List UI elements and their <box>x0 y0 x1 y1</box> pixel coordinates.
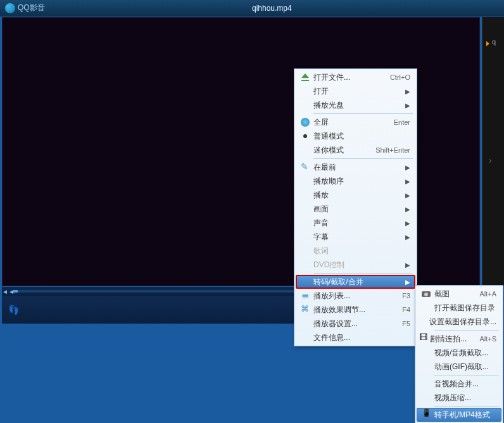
submenu-arrow-icon: ▶ <box>405 279 410 286</box>
mov-icon <box>419 334 429 344</box>
skip-back-icon[interactable]: ◄◄ <box>2 288 13 295</box>
menu-item-video-compress[interactable]: 视频压缩... <box>417 391 501 405</box>
menu-separator <box>313 113 413 114</box>
menu-item-transcode[interactable]: 转码/截取/合并▶ <box>296 275 415 289</box>
menu-item-label: 播放列表... <box>313 291 389 301</box>
menu-item-label: 声音 <box>313 218 393 229</box>
menu-item-label: 全屏 <box>313 117 381 128</box>
playlist-panel: q › <box>482 17 504 286</box>
menu-item-play[interactable]: 播放▶ <box>296 188 415 202</box>
menu-separator <box>434 406 499 407</box>
menu-item-picture[interactable]: 画面▶ <box>296 202 415 216</box>
menu-item-shortcut: F5 <box>402 320 410 327</box>
menu-icon-cell <box>297 162 313 172</box>
menu-item-label: 转手机/MP4格式 <box>434 410 496 420</box>
menu-item-label: 打开文件... <box>313 72 377 83</box>
submenu-arrow-icon: ▶ <box>405 234 410 241</box>
menu-item-open-shot-dir[interactable]: 打开截图保存目录 <box>417 301 501 315</box>
menu-item-open-file[interactable]: 打开文件...Ctrl+O <box>296 70 415 84</box>
submenu-arrow-icon: ▶ <box>405 206 410 213</box>
pin-icon <box>300 162 310 172</box>
menu-item-label: 打开 <box>313 86 393 97</box>
menu-item-label: 设置截图保存目录... <box>429 317 496 327</box>
menu-item-label: 播放器设置... <box>313 319 389 329</box>
menu-item-shortcut: Ctrl+O <box>390 73 410 81</box>
menu-item-label: 播放效果调节... <box>313 305 389 315</box>
menu-item-normal-mode[interactable]: 普通模式 <box>296 129 415 143</box>
menu-item-shortcut: Shift+Enter <box>375 146 410 154</box>
playing-indicator-icon <box>486 41 489 46</box>
menu-item-dvd-control: DVD控制▶ <box>296 258 415 272</box>
logo-icon <box>5 3 15 13</box>
menu-item-label: 文件信息... <box>313 332 410 343</box>
menu-item-file-info[interactable]: 文件信息... <box>296 331 415 344</box>
menu-item-label: 打开截图保存目录 <box>434 303 496 313</box>
app-logo: QQ影音 <box>5 3 45 13</box>
menu-item-audio[interactable]: 声音▶ <box>296 216 415 230</box>
menu-item-to-mp4[interactable]: 转手机/MP4格式 <box>417 408 501 422</box>
menu-icon-cell <box>297 134 313 138</box>
menu-item-subtitle[interactable]: 字幕▶ <box>296 230 415 244</box>
menu-item-av-cut[interactable]: 视频/音频截取... <box>417 346 501 360</box>
submenu-transcode: 截图Alt+A打开截图保存目录设置截图保存目录...剧情连拍...Alt+S视频… <box>415 285 503 423</box>
menu-icon-cell <box>297 291 313 301</box>
menu-item-label: 视频压缩... <box>434 393 496 403</box>
context-menu: 打开文件...Ctrl+O打开▶播放光盘▶全屏Enter普通模式迷你模式Shif… <box>294 68 417 346</box>
menu-item-shortcut: F4 <box>402 306 410 313</box>
menu-icon-cell <box>297 117 313 127</box>
playlist-item-label[interactable]: q <box>492 38 496 46</box>
menu-item-story-shot[interactable]: 剧情连拍...Alt+S <box>417 332 501 346</box>
menu-item-play-disc[interactable]: 播放光盘▶ <box>296 98 415 112</box>
menu-item-label: 字幕 <box>313 232 393 243</box>
menu-item-label: 播放光盘 <box>313 100 393 111</box>
menu-item-label: 迷你模式 <box>313 145 363 156</box>
menu-item-label: 在最前 <box>313 162 393 173</box>
menu-item-label: 音视频合并... <box>434 379 496 389</box>
list-icon <box>300 291 310 301</box>
menu-icon-cell <box>418 289 434 299</box>
menu-separator <box>313 273 413 274</box>
menu-icon-cell <box>418 410 434 420</box>
menu-separator <box>313 158 413 159</box>
menu-item-label: 截图 <box>434 289 467 300</box>
submenu-arrow-icon: ▶ <box>405 164 410 171</box>
menu-item-mini-mode[interactable]: 迷你模式Shift+Enter <box>296 143 415 157</box>
menu-item-shortcut: Alt+S <box>479 335 496 343</box>
menu-item-shortcut: Enter <box>394 118 410 126</box>
menu-item-effects[interactable]: 播放效果调节...F4 <box>296 303 415 317</box>
menu-item-label: 播放 <box>313 190 393 201</box>
panel-collapse-icon[interactable]: › <box>489 155 492 165</box>
menu-item-play-order[interactable]: 播放顺序▶ <box>296 174 415 188</box>
titlebar: QQ影音 qihhou.mp4 <box>0 0 504 16</box>
menu-item-label: 画面 <box>313 204 393 215</box>
menu-item-on-top[interactable]: 在最前▶ <box>296 160 415 174</box>
menu-item-shortcut: Alt+A <box>479 290 496 298</box>
menu-separator <box>434 330 499 331</box>
menu-item-gif-cut[interactable]: 动画(GIF)截取... <box>417 360 501 374</box>
menu-item-screenshot[interactable]: 截图Alt+A <box>417 287 501 301</box>
app-name: QQ影音 <box>18 3 45 13</box>
menu-item-open[interactable]: 打开▶ <box>296 84 415 98</box>
step-icon[interactable]: 👣 <box>8 305 19 315</box>
menu-item-label: 普通模式 <box>313 131 410 142</box>
menu-separator <box>434 375 499 376</box>
menu-item-av-merge[interactable]: 音视频合并... <box>417 377 501 391</box>
submenu-arrow-icon: ▶ <box>405 178 410 185</box>
menu-item-label: 剧情连拍... <box>430 334 467 344</box>
menu-item-label: DVD控制 <box>313 260 393 270</box>
menu-item-lyrics: 歌词 <box>296 244 415 258</box>
submenu-arrow-icon: ▶ <box>405 220 410 227</box>
menu-item-label: 转码/截取/合并 <box>313 277 393 287</box>
up-icon <box>300 72 310 82</box>
menu-item-playlist[interactable]: 播放列表...F3 <box>296 289 415 303</box>
menu-item-set-shot-dir[interactable]: 设置截图保存目录... <box>417 315 501 329</box>
menu-item-settings[interactable]: 播放器设置...F5 <box>296 317 415 331</box>
menu-item-label: 歌词 <box>313 246 410 256</box>
submenu-arrow-icon: ▶ <box>405 88 410 95</box>
submenu-arrow-icon: ▶ <box>405 192 410 199</box>
menu-item-fullscreen[interactable]: 全屏Enter <box>296 115 415 129</box>
cam-icon <box>421 289 431 299</box>
menu-icon-cell <box>418 334 430 344</box>
fx-icon <box>300 305 310 315</box>
sc-icon <box>300 117 310 127</box>
